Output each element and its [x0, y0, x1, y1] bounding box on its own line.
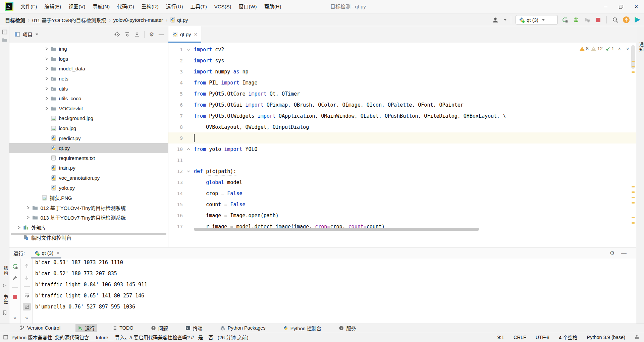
tree-item-012-YOLOv4-Tiny-[interactable]: 012 基于YOLOv4-Tiny的目标检测系统 — [9, 203, 168, 213]
down-stacktrace-icon[interactable] — [23, 274, 31, 282]
favorites-stripe-icon[interactable] — [2, 284, 7, 288]
tree-item-logs[interactable]: logs — [9, 54, 168, 64]
tab-close-icon[interactable]: × — [194, 32, 197, 38]
code-line-14[interactable]: 14 crop = False — [168, 188, 636, 199]
compat-yes-link[interactable]: 是 — [198, 334, 203, 341]
tree-item-utils[interactable]: utils — [9, 83, 168, 94]
menu-item-1[interactable]: 编辑(E) — [41, 0, 65, 13]
code-line-10[interactable]: 10from yolo import YOLO — [168, 144, 636, 155]
toolwindow-button-version-control[interactable]: Version Control — [17, 325, 63, 331]
menu-item-7[interactable]: 工具(T) — [186, 0, 210, 13]
tree-item-qt.py[interactable]: qt.py — [9, 143, 168, 153]
fold-marker-icon[interactable] — [183, 148, 194, 151]
error-stripe[interactable] — [631, 43, 635, 247]
tree-item-yolo.py[interactable]: yolo.py — [9, 183, 168, 193]
tree-item-voc_annotation.py[interactable]: voc_annotation.py — [9, 173, 168, 183]
structure-stripe-tab[interactable]: 结构 — [2, 266, 9, 276]
editor-vertical-scrollbar[interactable] — [631, 45, 635, 69]
run-settings-gear-icon[interactable]: ⚙ — [610, 250, 614, 256]
tree-item-013-YOLOv7-Tiny-[interactable]: 013 基于YOLOv7-Tiny的目标检测系统 — [9, 213, 168, 223]
more-actions-icon[interactable]: » — [13, 315, 16, 321]
stop-button[interactable] — [594, 16, 602, 24]
menu-item-0[interactable]: 文件(F) — [17, 0, 41, 13]
editor-tab-qtpy[interactable]: qt.py × — [168, 26, 201, 43]
next-problem-icon[interactable]: ∨ — [625, 46, 631, 51]
toolwindow-button--[interactable]: 终端 — [183, 324, 205, 332]
code-line-2[interactable]: 2import sys — [168, 55, 636, 66]
collapse-all-icon[interactable] — [135, 32, 140, 37]
menu-item-10[interactable]: 帮助(H) — [261, 0, 285, 13]
tree-item-background.jpg[interactable]: background.jpg — [9, 113, 168, 123]
tree-expand-arrow-icon[interactable] — [43, 47, 51, 51]
readonly-lock-icon[interactable] — [635, 335, 639, 340]
code-line-6[interactable]: 6from PyQt5.QtGui import QPixmap, QBrush… — [168, 99, 636, 110]
bookmarks-stripe-tab[interactable]: 书签 — [2, 294, 9, 304]
warnings-indicator[interactable]: 8 — [580, 46, 589, 51]
project-view-dropdown-arrow[interactable] — [36, 34, 38, 35]
tree-item--.PNG[interactable]: 捕获.PNG — [9, 193, 168, 203]
menu-item-2[interactable]: 视图(V) — [65, 0, 89, 13]
fold-marker-icon[interactable] — [183, 170, 194, 173]
tree-expand-arrow-icon[interactable] — [15, 226, 23, 229]
tree-expand-arrow-icon[interactable] — [24, 206, 32, 210]
menu-item-6[interactable]: 运行(U) — [162, 0, 187, 13]
hide-panel-icon[interactable]: — — [159, 32, 164, 37]
tree-expand-arrow-icon[interactable] — [43, 77, 51, 80]
tree-expand-arrow-icon[interactable] — [43, 97, 51, 100]
minimize-button[interactable] — [598, 0, 613, 13]
rerun-button[interactable] — [561, 16, 569, 24]
editor-horizontal-scrollbar[interactable] — [194, 228, 479, 231]
toolwindow-button--[interactable]: 服务 — [336, 324, 358, 332]
code-line-1[interactable]: 1import cv2 — [168, 44, 636, 55]
tree-expand-arrow-icon[interactable] — [43, 57, 51, 61]
line-ending-widget[interactable]: CRLF — [514, 335, 526, 340]
notifications-stripe-tab[interactable]: 通知 — [638, 42, 644, 52]
soft-wrap-icon[interactable] — [23, 292, 31, 299]
prev-problem-icon[interactable]: ∧ — [616, 46, 623, 51]
interpreter-widget[interactable]: Python 3.9 (base) — [587, 335, 625, 340]
menu-item-4[interactable]: 代码(C) — [113, 0, 138, 13]
notification-panel-icon[interactable] — [3, 335, 8, 340]
search-everywhere-icon[interactable] — [611, 16, 619, 24]
stop-console-icon[interactable] — [11, 293, 19, 300]
user-account-icon[interactable] — [491, 16, 499, 24]
close-button[interactable]: × — [629, 0, 644, 13]
tree-item-train.py[interactable]: train.py — [9, 163, 168, 173]
project-horizontal-scrollbar[interactable] — [11, 233, 166, 235]
code-line-3[interactable]: 3import numpy as np — [168, 66, 636, 77]
expand-all-icon[interactable] — [125, 32, 130, 37]
update-notification-icon[interactable] — [622, 16, 630, 24]
user-dropdown-arrow[interactable] — [504, 19, 506, 21]
tree-item-nets[interactable]: nets — [9, 74, 168, 84]
locate-file-icon[interactable] — [114, 32, 120, 37]
breadcrumb-item[interactable]: 目标检测 — [5, 16, 25, 23]
toolwindow-button--[interactable]: 运行 — [75, 324, 97, 332]
breadcrumb-item[interactable]: qt.py — [170, 17, 188, 23]
menu-item-3[interactable]: 导航(N) — [89, 0, 113, 13]
weak-warnings-indicator[interactable]: 12 — [591, 46, 603, 51]
breadcrumb-item[interactable]: 011 基于YOLOv8的目标检测系统 — [32, 16, 106, 23]
run-with-coverage-icon[interactable] — [583, 16, 591, 24]
tree-item-requirements.txt[interactable]: requirements.txt — [9, 153, 168, 163]
code-line-16[interactable]: 16 image = Image.open(path) — [168, 210, 636, 221]
code-line-5[interactable]: 5from PyQt5.QtCore import Qt, QTimer — [168, 88, 636, 99]
up-stacktrace-icon[interactable] — [23, 263, 31, 270]
toolwindow-button-python-packages[interactable]: Python Packages — [218, 325, 268, 331]
code-line-11[interactable]: 11 — [168, 155, 636, 166]
code-line-9[interactable]: 9 — [168, 132, 636, 144]
tree-expand-arrow-icon[interactable] — [24, 216, 32, 219]
code-line-15[interactable]: 15 count = False — [168, 199, 636, 210]
bookmark-icon[interactable] — [3, 310, 7, 315]
menu-item-8[interactable]: VCS(S) — [211, 0, 235, 13]
menu-item-9[interactable]: 窗口(W) — [235, 0, 260, 13]
debug-button[interactable] — [572, 16, 580, 24]
tree-item-img[interactable]: img — [9, 44, 168, 54]
scroll-to-end-icon[interactable] — [23, 303, 31, 310]
run-tab-close-icon[interactable]: × — [56, 250, 59, 256]
code-line-7[interactable]: 7from PyQt5.QtWidgets import QApplicatio… — [168, 110, 636, 121]
console-output[interactable]: b'car 0.53' 187 1073 216 1110b'car 0.52'… — [35, 257, 636, 323]
restore-button[interactable] — [613, 0, 629, 13]
tree-item-utils_coco[interactable]: utils_coco — [9, 94, 168, 104]
code-area[interactable]: 1import cv22import sys3import numpy as n… — [168, 43, 636, 247]
more-actions-icon[interactable]: » — [25, 315, 28, 321]
